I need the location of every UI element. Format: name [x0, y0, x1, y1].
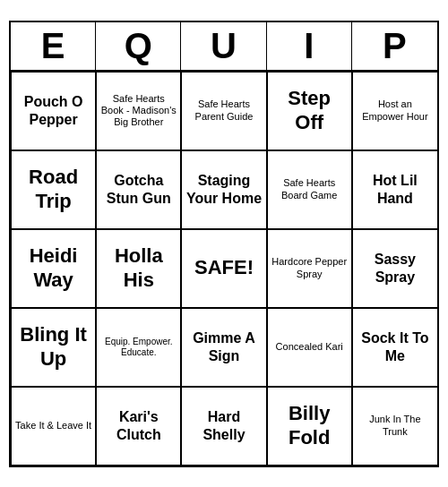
bingo-cell-text: Staging Your Home [185, 172, 262, 206]
bingo-cell: Sock It To Me [352, 308, 437, 387]
bingo-cell-text: Sassy Spray [357, 251, 434, 285]
bingo-cell-text: Sock It To Me [357, 329, 434, 363]
bingo-cell-text: Billy Fold [271, 402, 348, 449]
header-letter: P [352, 22, 437, 70]
bingo-card: EQUIP Pouch O PepperSafe Hearts Book - M… [9, 21, 439, 467]
bingo-cell-text: Hardcore Pepper Spray [271, 256, 348, 279]
bingo-cell-text: Host an Empower Hour [357, 98, 434, 122]
bingo-grid: Pouch O PepperSafe Hearts Book - Madison… [11, 72, 437, 466]
bingo-cell-text: SAFE! [194, 256, 254, 279]
bingo-cell: Host an Empower Hour [352, 72, 437, 150]
bingo-cell: Gimme A Sign [181, 308, 266, 387]
bingo-cell-text: Junk In The Trunk [357, 414, 434, 437]
bingo-cell: Hot Lil Hand [352, 150, 437, 229]
bingo-cell: Bling It Up [11, 308, 96, 387]
bingo-cell: Sassy Spray [352, 229, 437, 308]
bingo-cell: Pouch O Pepper [11, 72, 96, 150]
bingo-cell-text: Gimme A Sign [185, 329, 262, 363]
bingo-cell: Concealed Kari [267, 308, 352, 387]
bingo-cell: Take It & Leave It [11, 387, 96, 466]
bingo-cell-text: Road Trip [15, 166, 91, 213]
bingo-cell: Step Off [267, 72, 352, 150]
bingo-cell-text: Take It & Leave It [15, 420, 91, 431]
bingo-cell: Safe Hearts Board Game [267, 150, 352, 229]
bingo-cell: Hardcore Pepper Spray [267, 229, 352, 308]
header-letter: I [267, 22, 352, 70]
bingo-cell-text: Safe Hearts Book - Madison's Big Brother [100, 93, 177, 129]
bingo-cell-text: Safe Hearts Board Game [271, 177, 348, 201]
bingo-cell-text: Bling It Up [15, 323, 91, 371]
bingo-cell-text: Holla His [100, 244, 177, 292]
bingo-cell: Equip. Empower. Educate. [96, 308, 181, 387]
bingo-cell: Heidi Way [11, 229, 96, 308]
bingo-cell: Billy Fold [267, 387, 352, 466]
bingo-cell-text: Concealed Kari [276, 341, 343, 353]
bingo-cell: Kari's Clutch [96, 387, 181, 466]
bingo-cell: Hard Shelly [181, 387, 266, 466]
bingo-cell: Safe Hearts Book - Madison's Big Brother [96, 72, 181, 150]
bingo-cell-text: Safe Hearts Parent Guide [185, 98, 262, 122]
bingo-cell: Gotcha Stun Gun [96, 150, 181, 229]
header-letter: E [11, 22, 96, 70]
bingo-cell: Safe Hearts Parent Guide [181, 72, 266, 150]
bingo-header: EQUIP [11, 22, 437, 72]
bingo-cell: SAFE! [181, 229, 266, 308]
bingo-cell: Road Trip [11, 150, 96, 229]
bingo-cell-text: Heidi Way [15, 244, 91, 292]
header-letter: U [181, 22, 266, 70]
bingo-cell: Staging Your Home [181, 150, 266, 229]
bingo-cell-text: Kari's Clutch [100, 408, 177, 442]
bingo-cell-text: Step Off [271, 87, 348, 134]
bingo-cell: Junk In The Trunk [352, 387, 437, 466]
bingo-cell-text: Hot Lil Hand [357, 172, 434, 206]
bingo-cell: Holla His [96, 229, 181, 308]
bingo-cell-text: Hard Shelly [185, 408, 262, 442]
bingo-cell-text: Pouch O Pepper [15, 93, 91, 127]
header-letter: Q [96, 22, 181, 70]
bingo-cell-text: Equip. Empower. Educate. [100, 337, 177, 358]
bingo-cell-text: Gotcha Stun Gun [100, 172, 177, 206]
